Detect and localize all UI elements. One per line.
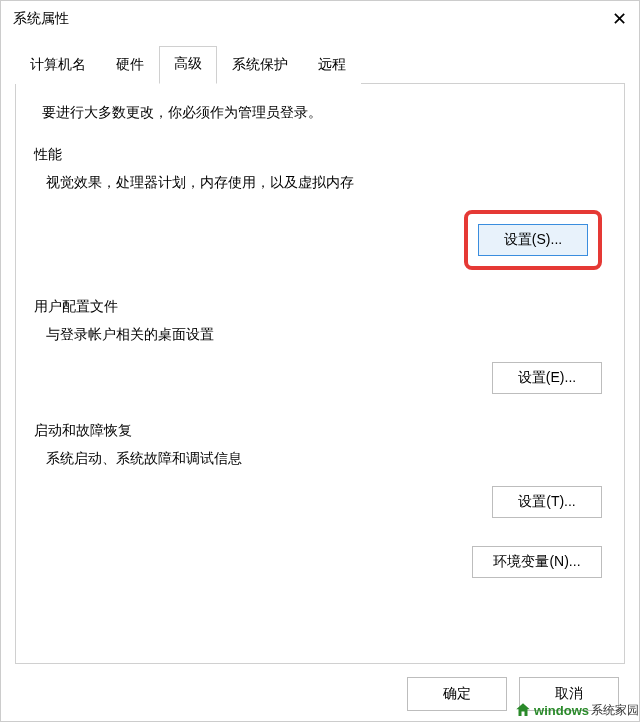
tabs: 计算机名 硬件 高级 系统保护 远程	[15, 45, 625, 84]
tab-computer-name[interactable]: 计算机名	[15, 47, 101, 84]
watermark: windows 系统家园	[514, 701, 639, 719]
advanced-tab-content: 要进行大多数更改，你必须作为管理员登录。 性能 视觉效果，处理器计划，内存使用，…	[15, 84, 625, 664]
tab-hardware[interactable]: 硬件	[101, 47, 159, 84]
titlebar: 系统属性 ✕	[1, 1, 639, 37]
environment-variables-button[interactable]: 环境变量(N)...	[472, 546, 602, 578]
close-icon[interactable]: ✕	[587, 8, 627, 30]
ok-button[interactable]: 确定	[407, 677, 507, 711]
startup-recovery-title: 启动和故障恢复	[34, 422, 606, 440]
performance-settings-button[interactable]: 设置(S)...	[478, 224, 588, 256]
home-icon	[514, 701, 532, 719]
user-profiles-title: 用户配置文件	[34, 298, 606, 316]
user-profiles-button-row: 设置(E)...	[34, 362, 606, 394]
window-title: 系统属性	[13, 10, 69, 28]
user-profiles-section: 用户配置文件 与登录帐户相关的桌面设置 设置(E)...	[34, 298, 606, 394]
tab-remote[interactable]: 远程	[303, 47, 361, 84]
performance-title: 性能	[34, 146, 606, 164]
performance-button-row: 设置(S)...	[34, 210, 606, 270]
highlight-frame: 设置(S)...	[464, 210, 602, 270]
admin-note: 要进行大多数更改，你必须作为管理员登录。	[42, 104, 606, 122]
performance-section: 性能 视觉效果，处理器计划，内存使用，以及虚拟内存 设置(S)...	[34, 146, 606, 270]
tab-advanced[interactable]: 高级	[159, 46, 217, 84]
startup-recovery-desc: 系统启动、系统故障和调试信息	[46, 450, 606, 468]
tab-area: 计算机名 硬件 高级 系统保护 远程 要进行大多数更改，你必须作为管理员登录。 …	[1, 37, 639, 664]
watermark-text-1: windows	[534, 703, 589, 718]
watermark-text-2: 系统家园	[591, 702, 639, 719]
user-profiles-settings-button[interactable]: 设置(E)...	[492, 362, 602, 394]
env-vars-row: 环境变量(N)...	[34, 546, 606, 578]
system-properties-window: 系统属性 ✕ 计算机名 硬件 高级 系统保护 远程 要进行大多数更改，你必须作为…	[0, 0, 640, 722]
startup-recovery-settings-button[interactable]: 设置(T)...	[492, 486, 602, 518]
user-profiles-desc: 与登录帐户相关的桌面设置	[46, 326, 606, 344]
tab-system-protection[interactable]: 系统保护	[217, 47, 303, 84]
startup-recovery-section: 启动和故障恢复 系统启动、系统故障和调试信息 设置(T)...	[34, 422, 606, 518]
performance-desc: 视觉效果，处理器计划，内存使用，以及虚拟内存	[46, 174, 606, 192]
startup-recovery-button-row: 设置(T)...	[34, 486, 606, 518]
